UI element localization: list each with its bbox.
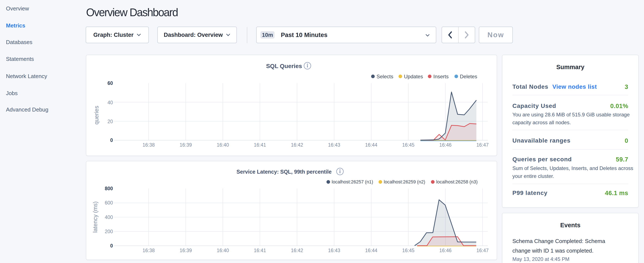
svg-text:Service Latency: SQL, 99th per: Service Latency: SQL, 99th percentile bbox=[236, 169, 332, 175]
svg-text:0: 0 bbox=[110, 243, 113, 248]
svg-text:16:46: 16:46 bbox=[439, 248, 452, 253]
svg-text:latency (ms): latency (ms) bbox=[92, 201, 98, 232]
svg-text:200: 200 bbox=[105, 229, 113, 234]
svg-text:16:45: 16:45 bbox=[402, 142, 414, 148]
svg-text:localhost:26258 (n3): localhost:26258 (n3) bbox=[436, 179, 478, 184]
svg-text:queries: queries bbox=[93, 106, 100, 125]
svg-text:16:44: 16:44 bbox=[365, 142, 378, 148]
svg-text:16:38: 16:38 bbox=[142, 142, 155, 148]
svg-text:Selects: Selects bbox=[376, 74, 393, 79]
svg-text:16:47: 16:47 bbox=[476, 248, 489, 253]
svg-text:800: 800 bbox=[105, 186, 113, 191]
svg-text:16:43: 16:43 bbox=[328, 142, 340, 148]
svg-text:localhost:26259 (n2): localhost:26259 (n2) bbox=[384, 179, 425, 184]
svg-text:16:45: 16:45 bbox=[402, 248, 414, 253]
svg-text:16:38: 16:38 bbox=[142, 248, 155, 253]
svg-text:16:41: 16:41 bbox=[254, 248, 266, 253]
svg-text:20: 20 bbox=[107, 119, 113, 124]
svg-text:0: 0 bbox=[110, 137, 113, 143]
svg-text:600: 600 bbox=[105, 200, 113, 205]
svg-text:400: 400 bbox=[105, 214, 113, 220]
svg-text:16:46: 16:46 bbox=[439, 142, 452, 148]
svg-text:SQL Queries: SQL Queries bbox=[266, 63, 302, 69]
svg-text:16:41: 16:41 bbox=[254, 142, 266, 148]
svg-text:16:40: 16:40 bbox=[217, 248, 229, 253]
svg-text:16:47: 16:47 bbox=[476, 142, 489, 148]
svg-text:16:43: 16:43 bbox=[328, 248, 340, 253]
svg-text:16:39: 16:39 bbox=[180, 142, 192, 148]
svg-text:40: 40 bbox=[107, 100, 113, 105]
svg-text:16:44: 16:44 bbox=[365, 248, 378, 253]
svg-text:16:42: 16:42 bbox=[291, 142, 303, 148]
svg-text:16:40: 16:40 bbox=[217, 142, 229, 148]
svg-text:localhost:26257 (n1): localhost:26257 (n1) bbox=[332, 179, 373, 184]
svg-text:16:42: 16:42 bbox=[291, 248, 303, 253]
svg-text:Inserts: Inserts bbox=[433, 74, 448, 79]
svg-text:Updates: Updates bbox=[404, 74, 423, 79]
svg-text:16:39: 16:39 bbox=[180, 248, 192, 253]
svg-text:60: 60 bbox=[107, 80, 113, 86]
svg-text:Deletes: Deletes bbox=[460, 74, 477, 79]
